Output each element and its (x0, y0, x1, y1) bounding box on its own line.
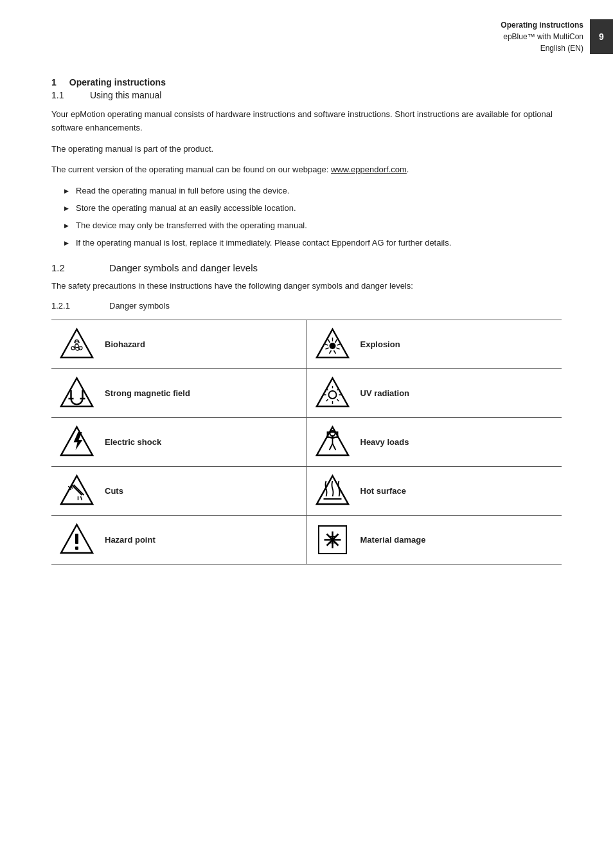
cell-hot: Hot surface (306, 467, 562, 516)
explosion-label: Explosion (360, 339, 400, 349)
svg-line-10 (333, 350, 335, 354)
danger-symbols-table: Biohazard (51, 320, 562, 565)
svg-line-14 (328, 339, 330, 343)
section-121-heading: 1.2.1 Danger symbols (51, 301, 562, 311)
svg-line-28 (337, 399, 339, 401)
svg-rect-50 (75, 547, 78, 550)
svg-line-8 (337, 344, 340, 345)
symbol-biohazard: Biohazard (59, 327, 299, 362)
header-subtitle1: epBlue™ with MultiCon (501, 31, 583, 42)
hot-label: Hot surface (360, 486, 407, 496)
main-content: 1 Operating instructions 1.1 Using this … (51, 77, 562, 565)
section-1-title: Operating instructions (69, 77, 166, 87)
section-11-heading: 1.1 Using this manual (51, 90, 562, 100)
svg-line-7 (335, 339, 337, 343)
table-row: Cuts (51, 467, 562, 516)
symbol-magnetic: Strong magnetic field (59, 375, 299, 411)
svg-line-12 (325, 348, 328, 349)
bullet-item: Store the operating manual at an easily … (64, 202, 562, 215)
section-12-intro: The safety precautions in these instruct… (51, 280, 562, 293)
cell-heavy: Heavy loads (306, 418, 562, 467)
svg-point-20 (328, 391, 336, 399)
svg-line-9 (336, 348, 339, 349)
section-121-title: Danger symbols (109, 301, 170, 311)
hot-icon (315, 473, 350, 509)
svg-line-40 (72, 485, 82, 495)
heavy-label: Heavy loads (360, 437, 409, 447)
page-container: Operating instructions epBlue™ with Mult… (0, 0, 613, 868)
eppendorf-link[interactable]: www.eppendorf.com (331, 165, 407, 174)
paragraph-2: The operating manual is part of the prod… (51, 143, 562, 156)
cell-magnetic: Strong magnetic field (51, 369, 306, 418)
biohazard-label: Biohazard (105, 339, 145, 349)
table-row: Biohazard (51, 320, 562, 369)
magnetic-label: Strong magnetic field (105, 388, 190, 398)
cell-electric: Electric shock (51, 418, 306, 467)
material-icon (315, 522, 350, 557)
cell-biohazard: Biohazard (51, 320, 306, 369)
hazard-label: Hazard point (105, 535, 155, 545)
symbol-material: Material damage (315, 522, 555, 557)
bullet-item: If the operating manual is lost, replace… (64, 237, 562, 250)
symbol-hot: Hot surface (315, 473, 555, 509)
magnetic-icon (59, 375, 94, 411)
header-subtitle2: English (EN) (501, 42, 583, 54)
paragraph-3: The current version of the operating man… (51, 163, 562, 177)
cell-material: Material damage (306, 516, 562, 565)
svg-marker-16 (61, 378, 93, 406)
section-12-title: Danger symbols and danger levels (109, 262, 258, 273)
symbol-cuts: Cuts (59, 473, 299, 509)
section-121-number: 1.2.1 (51, 301, 84, 311)
table-row: Electric shock (51, 418, 562, 467)
svg-line-13 (324, 344, 328, 345)
cell-hazard: Hazard point (51, 516, 306, 565)
electric-label: Electric shock (105, 437, 161, 447)
svg-point-15 (329, 343, 335, 349)
header-title: Operating instructions (501, 19, 583, 31)
section-12-heading: 1.2 Danger symbols and danger levels (51, 262, 562, 273)
electric-icon (59, 424, 94, 460)
paragraph-3-suffix: . (407, 165, 409, 174)
uv-label: UV radiation (360, 388, 410, 398)
table-row: Strong magnetic field (51, 369, 562, 418)
page-number: 9 (590, 19, 613, 54)
section-11-title: Using this manual (90, 90, 161, 100)
cuts-icon (59, 473, 94, 509)
header-text: Operating instructions epBlue™ with Mult… (501, 19, 590, 54)
symbol-heavy: Heavy loads (315, 424, 555, 460)
cell-cuts: Cuts (51, 467, 306, 516)
svg-line-27 (326, 399, 328, 401)
bullet-item: The device may only be transferred with … (64, 219, 562, 233)
biohazard-icon (59, 327, 94, 362)
svg-point-1 (75, 344, 79, 348)
cuts-label: Cuts (105, 486, 123, 496)
uv-icon (315, 375, 350, 411)
paragraph-1: Your epMotion operating manual consists … (51, 108, 562, 135)
bullet-item: Read the operating manual in full before… (64, 185, 562, 198)
section-1-number: 1 (51, 77, 57, 87)
svg-line-45 (81, 496, 82, 500)
hazard-icon (59, 522, 94, 557)
table-row: Hazard point (51, 516, 562, 565)
symbol-uv: UV radiation (315, 375, 555, 411)
section-11-number: 1.1 (51, 90, 77, 100)
explosion-icon (315, 327, 350, 362)
section-1-heading: 1 Operating instructions (51, 77, 562, 87)
symbol-electric: Electric shock (59, 424, 299, 460)
symbol-hazard: Hazard point (59, 522, 299, 557)
svg-line-37 (329, 444, 332, 450)
paragraph-3-prefix: The current version of the operating man… (51, 165, 331, 174)
section-12-number: 1.2 (51, 262, 84, 273)
symbol-explosion: Explosion (315, 327, 555, 362)
svg-rect-49 (75, 534, 78, 544)
svg-line-38 (332, 444, 335, 450)
cell-explosion: Explosion (306, 320, 562, 369)
svg-line-11 (329, 350, 331, 354)
heavy-icon (315, 424, 350, 460)
cell-uv: UV radiation (306, 369, 562, 418)
page-header: Operating instructions epBlue™ with Mult… (501, 19, 613, 54)
bullet-list: Read the operating manual in full before… (64, 185, 562, 249)
material-label: Material damage (360, 535, 426, 545)
